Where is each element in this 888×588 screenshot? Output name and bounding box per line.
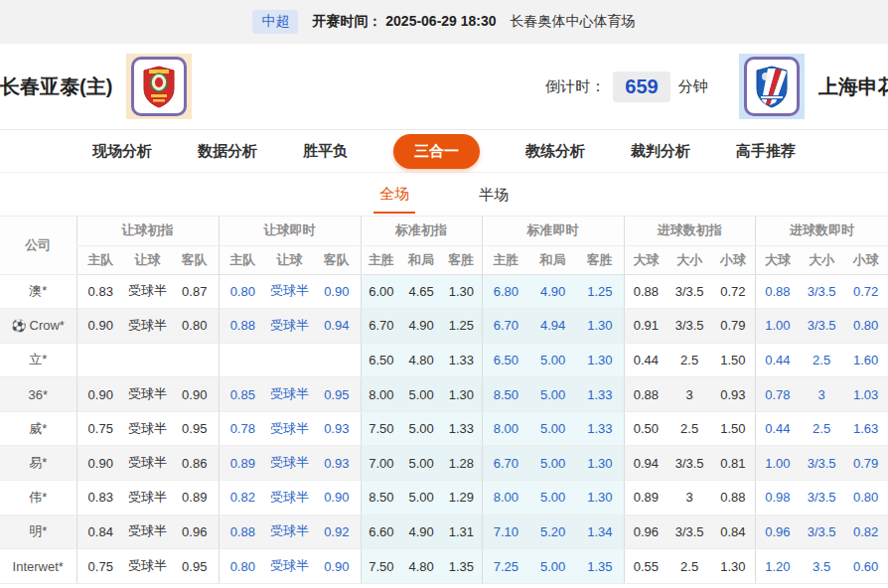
countdown-unit: 分钟: [678, 77, 708, 96]
odds-cell: 0.83: [76, 274, 124, 309]
subtab-2[interactable]: 半场: [473, 176, 515, 213]
odds-cell: 0.95: [171, 411, 219, 446]
odds-cell: 0.78: [755, 377, 800, 412]
group-header-4: 标准即时: [482, 217, 624, 245]
odds-cell: 0.60: [843, 549, 888, 584]
odds-cell: 0.44: [755, 411, 800, 446]
odds-cell: 6.00: [361, 274, 401, 309]
odds-cell: 6.70: [482, 309, 529, 344]
sub-header-3: 客队: [171, 245, 219, 274]
odds-cell: 0.83: [76, 481, 124, 515]
table-row: 36*0.90受球半0.900.85受球半0.958.005.001.308.5…: [0, 377, 888, 412]
odds-cell: 0.98: [755, 481, 800, 515]
odds-cell: 0.79: [711, 309, 755, 344]
venue-name: 长春奥体中心体育场: [511, 13, 636, 31]
odds-cell: 3/3.5: [800, 446, 843, 481]
nav-tab-4[interactable]: 三合一: [393, 134, 480, 169]
odds-cell: 3/3.5: [800, 481, 843, 515]
odds-cell: 1.60: [843, 343, 888, 377]
table-row: 易*0.90受球半0.860.89受球半0.937.005.001.286.70…: [0, 446, 888, 481]
nav-tab-6[interactable]: 裁判分析: [631, 142, 690, 161]
odds-cell: 0.96: [171, 514, 219, 549]
company-name: 立*: [0, 343, 76, 377]
soccer-ball-icon: ⚽: [12, 319, 27, 333]
odds-cell: 0.44: [755, 343, 800, 377]
odds-cell: 0.92: [313, 514, 361, 549]
odds-cell: 1.35: [441, 549, 482, 584]
odds-cell: 0.80: [843, 481, 888, 515]
odds-cell: 3/3.5: [800, 514, 843, 549]
odds-cell: 0.93: [313, 411, 361, 446]
table-row: 明*0.84受球半0.960.88受球半0.926.604.901.317.10…: [0, 514, 888, 549]
home-team: 长春亚泰(主): [0, 54, 192, 119]
sub-header-17: 大小: [800, 245, 843, 274]
odds-cell: 1.50: [711, 411, 755, 446]
odds-cell: 4.80: [401, 343, 441, 377]
group-header-6: 进球数即时: [755, 217, 888, 245]
odds-cell: 5.00: [529, 446, 576, 481]
odds-cell: 0.55: [624, 549, 667, 584]
nav-tab-7[interactable]: 高手推荐: [736, 142, 796, 161]
odds-cell: 受球半: [266, 481, 313, 515]
odds-cell: 3: [667, 481, 711, 515]
odds-cell: 1.00: [755, 309, 800, 344]
odds-cell: 0.88: [711, 481, 755, 515]
sub-header-15: 小球: [711, 245, 755, 274]
odds-cell: 0.72: [843, 274, 888, 309]
odds-cell: 0.88: [624, 274, 667, 309]
odds-cell: 4.80: [401, 549, 441, 584]
odds-cell: 0.82: [219, 481, 266, 515]
odds-cell: 5.00: [529, 481, 576, 515]
odds-cell: 3/3.5: [667, 274, 711, 309]
nav-tab-2[interactable]: 数据分析: [198, 142, 257, 161]
odds-cell: 受球半: [124, 377, 171, 412]
odds-cell: 0.90: [76, 309, 124, 344]
odds-cell: 4.90: [401, 309, 441, 344]
odds-cell: 1.33: [441, 411, 482, 446]
odds-cell: 0.88: [755, 274, 800, 309]
odds-cell: 1.30: [576, 343, 624, 377]
home-team-logo: [126, 54, 192, 119]
company-name: 易*: [0, 446, 76, 481]
odds-cell: 4.90: [401, 514, 441, 549]
nav-tab-3[interactable]: 胜平负: [303, 142, 348, 161]
period-subtabs: 全场半场: [0, 173, 888, 217]
odds-cell: 3: [667, 377, 711, 412]
odds-cell: 1.50: [711, 343, 755, 377]
odds-cell: 0.94: [313, 309, 361, 344]
odds-cell: 0.87: [171, 274, 219, 309]
nav-tab-5[interactable]: 教练分析: [525, 142, 585, 161]
odds-cell: 5.00: [401, 377, 441, 412]
odds-cell: 1.25: [576, 274, 624, 309]
odds-cell: 6.70: [482, 446, 529, 481]
odds-cell: 0.75: [76, 411, 124, 446]
odds-cell: 0.80: [171, 309, 219, 344]
odds-cell: 0.85: [219, 377, 266, 412]
odds-cell: 0.84: [76, 514, 124, 549]
kickoff-value: 2025-06-29 18:30: [385, 13, 496, 29]
odds-cell: 1.03: [843, 377, 888, 412]
table-row: 伟*0.83受球半0.890.82受球半0.908.505.001.298.00…: [0, 481, 888, 515]
odds-cell: 0.90: [313, 274, 361, 309]
sub-header-16: 大球: [755, 245, 800, 274]
odds-cell: 8.50: [361, 481, 401, 515]
odds-cell: 受球半: [124, 309, 171, 344]
odds-cell: [219, 343, 266, 377]
home-team-name: 长春亚泰(主): [0, 74, 112, 100]
col-header-company: 公司: [0, 217, 76, 274]
odds-cell: 7.00: [361, 446, 401, 481]
nav-tab-1[interactable]: 现场分析: [92, 142, 152, 161]
odds-cell: 受球半: [266, 274, 313, 309]
table-row: ⚽Crow*0.90受球半0.800.88受球半0.946.704.901.25…: [0, 309, 888, 344]
odds-cell: 0.90: [313, 549, 361, 584]
odds-table: 公司让球初指让球即时标准初指标准即时进球数初指进球数即时主队让球客队主队让球客队…: [0, 217, 888, 584]
table-row: 威*0.75受球半0.950.78受球半0.937.505.001.338.00…: [0, 411, 888, 446]
sub-header-4: 主队: [219, 245, 266, 274]
odds-cell: 6.60: [361, 514, 401, 549]
odds-cell: 受球半: [124, 411, 171, 446]
odds-cell: 1.33: [576, 377, 624, 412]
odds-cell: 0.79: [843, 446, 888, 481]
subtab-1[interactable]: 全场: [373, 175, 415, 214]
odds-cell: 受球半: [266, 514, 313, 549]
odds-cell: 4.90: [529, 274, 576, 309]
